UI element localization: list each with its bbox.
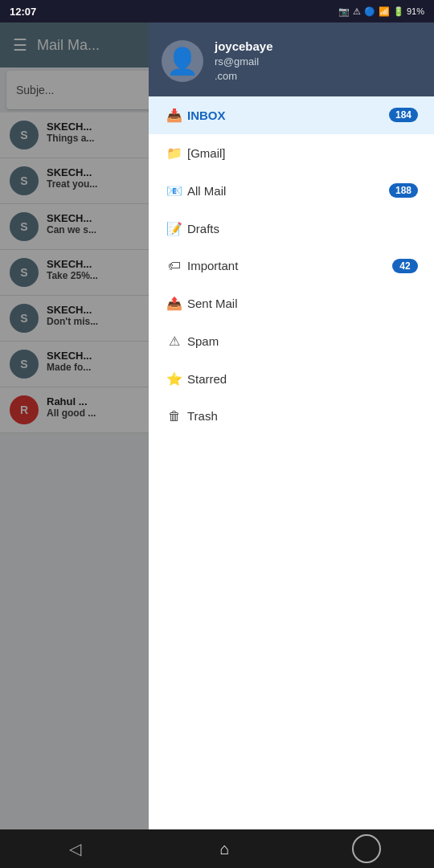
allmail-badge: 188 [389, 183, 418, 198]
alert-icon: ⚠ [353, 6, 361, 17]
drawer-item-important[interactable]: 🏷 Important 42 [149, 248, 434, 285]
user-avatar-icon: 👤 [166, 46, 199, 76]
bottom-nav: ◁ ⌂ [0, 829, 434, 868]
drawer-avatar: 👤 [162, 40, 203, 82]
important-icon: 🏷 [165, 259, 184, 273]
drawer-user-email-line2: .com [215, 69, 273, 84]
drawer-nav: 📥 INBOX 184 📁 [Gmail] 📧 All Mail 188 📝 D… [149, 96, 434, 829]
drawer-item-sentmail[interactable]: 📤 Sent Mail [149, 285, 434, 322]
drawer-item-starred[interactable]: ⭐ Starred [149, 360, 434, 398]
allmail-icon: 📧 [165, 183, 184, 199]
drafts-icon: 📝 [165, 221, 184, 236]
drawer-item-label: All Mail [187, 184, 389, 198]
drawer-item-gmail[interactable]: 📁 [Gmail] [149, 134, 434, 172]
gmail-icon: 📁 [165, 145, 184, 161]
drawer-header: 👤 joycebaye rs@gmail .com [149, 23, 434, 96]
starred-icon: ⭐ [165, 371, 184, 387]
signal-icon: 📶 [379, 6, 390, 17]
drawer-user-name: joycebaye [215, 39, 273, 55]
drawer-item-allmail[interactable]: 📧 All Mail 188 [149, 172, 434, 210]
drawer-item-label: Drafts [187, 222, 418, 235]
home-button[interactable]: ⌂ [203, 833, 245, 865]
drawer-item-drafts[interactable]: 📝 Drafts [149, 210, 434, 248]
drawer-item-label: Important [187, 259, 392, 272]
drawer-item-label: [Gmail] [187, 146, 418, 160]
status-time: 12:07 [10, 6, 36, 18]
drawer-item-label: Starred [187, 372, 418, 386]
spam-icon: ⚠ [165, 334, 184, 349]
trash-icon: 🗑 [165, 409, 184, 424]
inbox-icon: 📥 [165, 108, 184, 123]
inbox-badge: 184 [389, 108, 418, 122]
important-badge: 42 [392, 259, 418, 273]
sentmail-icon: 📤 [165, 296, 184, 311]
battery-icon: 🔋 91% [393, 6, 424, 17]
back-button[interactable]: ◁ [53, 833, 97, 865]
navigation-drawer: 👤 joycebaye rs@gmail .com 📥 INBOX 184 📁 … [149, 23, 434, 829]
drawer-user-info: joycebaye rs@gmail .com [215, 39, 273, 84]
recents-button[interactable] [352, 834, 381, 863]
drawer-item-label: Trash [187, 409, 418, 423]
drawer-item-inbox[interactable]: 📥 INBOX 184 [149, 96, 434, 134]
drawer-item-spam[interactable]: ⚠ Spam [149, 322, 434, 360]
bluetooth-icon: 🔵 [364, 6, 375, 17]
drawer-user-email: rs@gmail [215, 55, 273, 69]
status-icons: 📷 ⚠ 🔵 📶 🔋 91% [338, 6, 424, 17]
drawer-item-label: Sent Mail [187, 297, 418, 310]
camera-icon: 📷 [338, 6, 350, 17]
drawer-item-label: Spam [187, 334, 418, 348]
status-bar: 12:07 📷 ⚠ 🔵 📶 🔋 91% [0, 0, 434, 23]
drawer-item-label: INBOX [187, 108, 389, 122]
drawer-item-trash[interactable]: 🗑 Trash [149, 398, 434, 435]
